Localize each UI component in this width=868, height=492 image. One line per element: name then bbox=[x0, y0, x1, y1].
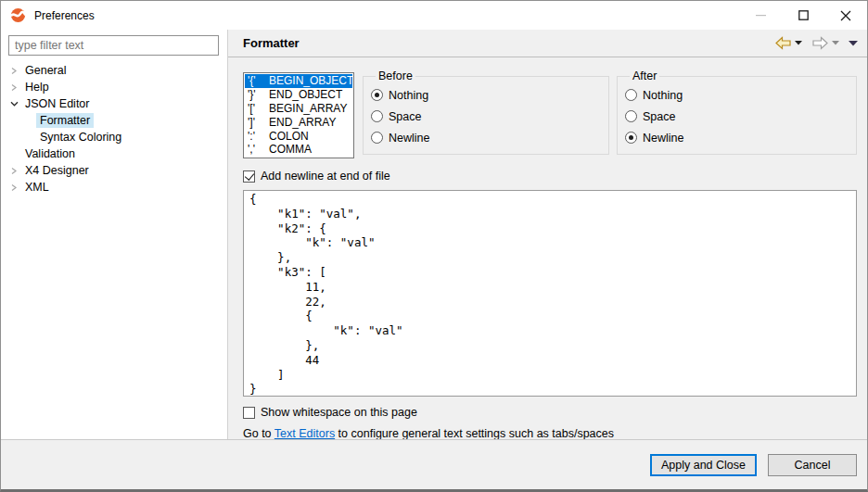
radio-label: Nothing bbox=[643, 89, 683, 102]
tree-collapsed-chevron-icon[interactable] bbox=[6, 180, 21, 195]
before-option-nothing[interactable]: Nothing bbox=[371, 84, 601, 106]
app-icon bbox=[10, 7, 26, 23]
radio-label: Space bbox=[643, 110, 675, 123]
radio-icon[interactable] bbox=[625, 132, 637, 144]
tree-spacer bbox=[21, 130, 36, 145]
token-name: END_OBJECT bbox=[269, 88, 342, 101]
token-settings-row: '{'BEGIN_OBJECT'}'END_OBJECT'['BEGIN_ARR… bbox=[243, 69, 857, 158]
sidebar-item-json-editor[interactable]: JSON Editor bbox=[1, 95, 227, 112]
after-options: NothingSpaceNewline bbox=[625, 84, 849, 148]
after-group-label: After bbox=[630, 69, 659, 82]
sidebar-item-x4-designer[interactable]: X4 Designer bbox=[1, 162, 227, 179]
window-title: Preferences bbox=[34, 9, 739, 22]
tree-spacer bbox=[21, 113, 36, 128]
token-item-colon[interactable]: ':'COLON bbox=[245, 129, 352, 143]
before-group: Before NothingSpaceNewline bbox=[363, 69, 609, 155]
token-item-begin-object[interactable]: '{'BEGIN_OBJECT bbox=[245, 74, 352, 88]
nav-toolbar bbox=[772, 36, 858, 50]
content-header: Formatter bbox=[228, 30, 867, 57]
content-panel: Formatter bbox=[228, 30, 867, 439]
radio-icon[interactable] bbox=[625, 89, 637, 101]
token-name: BEGIN_OBJECT bbox=[269, 74, 353, 87]
token-item-end-array[interactable]: ']'END_ARRAY bbox=[245, 115, 352, 129]
apply-and-close-button[interactable]: Apply and Close bbox=[650, 454, 757, 476]
token-item-begin-array[interactable]: '['BEGIN_ARRAY bbox=[245, 102, 352, 116]
after-option-nothing[interactable]: Nothing bbox=[625, 84, 849, 106]
tree-collapsed-chevron-icon[interactable] bbox=[6, 163, 21, 178]
radio-icon[interactable] bbox=[371, 132, 383, 144]
tree-item-label: XML bbox=[21, 180, 53, 195]
show-whitespace-label: Show whitespace on this page bbox=[261, 406, 417, 419]
sidebar: GeneralHelpJSON EditorFormatterSyntax Co… bbox=[1, 30, 228, 439]
show-whitespace-checkbox[interactable] bbox=[243, 407, 255, 419]
token-listbox: '{'BEGIN_OBJECT'}'END_OBJECT'['BEGIN_ARR… bbox=[243, 72, 354, 158]
before-option-space[interactable]: Space bbox=[371, 106, 601, 127]
footer-note-prefix: Go to bbox=[243, 427, 274, 439]
back-arrow-icon[interactable] bbox=[774, 36, 792, 50]
back-dropdown-icon[interactable] bbox=[795, 41, 802, 45]
before-option-newline[interactable]: Newline bbox=[371, 127, 601, 148]
forward-dropdown-icon[interactable] bbox=[832, 41, 839, 45]
sidebar-item-validation[interactable]: Validation bbox=[1, 145, 227, 162]
main-area: GeneralHelpJSON EditorFormatterSyntax Co… bbox=[1, 30, 867, 439]
radio-icon[interactable] bbox=[625, 110, 637, 122]
sidebar-item-general[interactable]: General bbox=[1, 62, 227, 79]
page-title: Formatter bbox=[243, 36, 772, 50]
tree-item-label: JSON Editor bbox=[21, 96, 93, 111]
forward-arrow-icon[interactable] bbox=[811, 36, 829, 50]
token-symbol: ',' bbox=[248, 143, 269, 156]
radio-label: Newline bbox=[643, 132, 683, 145]
token-symbol: '}' bbox=[248, 88, 269, 101]
token-name: BEGIN_ARRAY bbox=[269, 102, 347, 115]
tree-item-label: Syntax Coloring bbox=[36, 130, 125, 145]
radio-icon[interactable] bbox=[371, 110, 383, 122]
tree-item-label: Formatter bbox=[36, 113, 94, 128]
token-symbol: '[' bbox=[248, 102, 269, 115]
sidebar-item-xml[interactable]: XML bbox=[1, 179, 227, 196]
token-symbol: ']' bbox=[248, 116, 269, 129]
before-options: NothingSpaceNewline bbox=[371, 84, 601, 148]
minimize-button[interactable] bbox=[739, 1, 782, 30]
add-newline-checkbox[interactable] bbox=[243, 170, 255, 183]
token-name: COLON bbox=[269, 130, 309, 143]
maximize-button[interactable] bbox=[782, 1, 824, 30]
button-bar: Apply and Close Cancel bbox=[1, 439, 867, 489]
sidebar-item-help[interactable]: Help bbox=[1, 79, 227, 95]
tree-item-label: X4 Designer bbox=[21, 163, 93, 178]
token-name: COMMA bbox=[269, 143, 312, 156]
radio-icon[interactable] bbox=[371, 89, 383, 101]
sidebar-item-syntax-coloring[interactable]: Syntax Coloring bbox=[1, 129, 227, 145]
text-editors-link[interactable]: Text Editors bbox=[274, 427, 335, 439]
token-item-end-object[interactable]: '}'END_OBJECT bbox=[245, 88, 352, 102]
radio-label: Newline bbox=[389, 132, 429, 145]
add-newline-label: Add newline at end of file bbox=[261, 170, 390, 183]
tree-collapsed-chevron-icon[interactable] bbox=[6, 80, 21, 95]
tree-collapsed-chevron-icon[interactable] bbox=[6, 63, 21, 78]
preferences-tree: GeneralHelpJSON EditorFormatterSyntax Co… bbox=[1, 60, 227, 196]
preferences-dialog: Preferences GeneralHelpJSON EditorFormat… bbox=[0, 0, 868, 492]
titlebar: Preferences bbox=[1, 1, 867, 30]
after-option-newline[interactable]: Newline bbox=[625, 127, 849, 148]
show-whitespace-row[interactable]: Show whitespace on this page bbox=[243, 406, 857, 419]
after-group: After NothingSpaceNewline bbox=[617, 69, 857, 155]
radio-label: Space bbox=[389, 110, 421, 123]
token-name: END_ARRAY bbox=[269, 116, 336, 129]
close-button[interactable] bbox=[824, 1, 867, 30]
footer-note-suffix: to configure general text settings such … bbox=[335, 427, 614, 439]
formatter-page: '{'BEGIN_OBJECT'}'END_OBJECT'['BEGIN_ARR… bbox=[228, 57, 867, 439]
token-symbol: ':' bbox=[248, 130, 269, 143]
tree-spacer bbox=[6, 146, 21, 161]
format-preview: { "k1": "val", "k2": { "k": "val" }, "k3… bbox=[243, 190, 857, 397]
cancel-button[interactable]: Cancel bbox=[768, 454, 857, 476]
tree-expanded-chevron-icon[interactable] bbox=[6, 96, 21, 111]
tree-item-label: Help bbox=[21, 80, 53, 95]
after-option-space[interactable]: Space bbox=[625, 106, 849, 127]
add-newline-row[interactable]: Add newline at end of file bbox=[243, 170, 857, 183]
sidebar-item-formatter[interactable]: Formatter bbox=[1, 112, 227, 129]
footer-note: Go to Text Editors to configure general … bbox=[243, 427, 857, 439]
token-item-comma[interactable]: ','COMMA bbox=[245, 143, 352, 157]
tree-item-label: General bbox=[21, 63, 70, 78]
tree-item-label: Validation bbox=[21, 146, 79, 161]
filter-input[interactable] bbox=[8, 35, 219, 56]
view-menu-icon[interactable] bbox=[849, 41, 858, 46]
